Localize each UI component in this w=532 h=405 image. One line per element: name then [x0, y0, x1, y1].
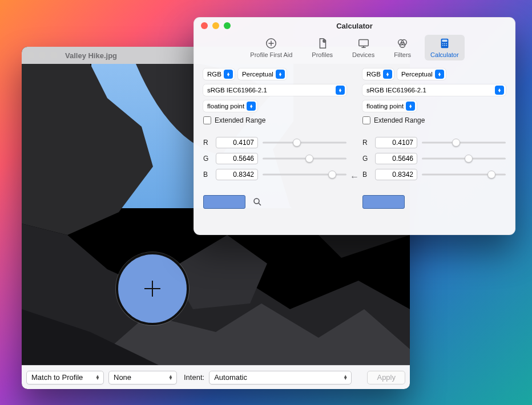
tab-label: Profile First Aid: [250, 51, 292, 58]
chevron-updown-icon: ▲▼: [276, 70, 285, 79]
chevron-updown-icon: ▲▼: [336, 86, 345, 95]
color-swatch: [362, 195, 405, 209]
channel-r-row: R 0.4107: [203, 137, 346, 148]
rendering-intent-value: Perceptual: [242, 71, 273, 78]
color-swatch: [203, 195, 245, 209]
tab-label: Profiles: [312, 51, 333, 58]
color-loupe-icon[interactable]: [116, 252, 189, 325]
svg-rect-7: [442, 40, 447, 42]
left-panel: RGB ▲▼ Perceptual ▲▼ sRGB IEC61966-2.1 ▲…: [203, 68, 346, 209]
tab-devices[interactable]: Devices: [346, 35, 380, 60]
tab-label: Calculator: [430, 51, 459, 58]
svg-point-9: [444, 43, 445, 44]
image-window-title: Valley Hike.jpg: [65, 51, 117, 60]
select-arrows-icon: ▲▼: [95, 375, 100, 380]
channel-r-field[interactable]: 0.4107: [216, 137, 258, 148]
icc-profile-select[interactable]: sRGB IEC61966-2.1 ▲▼: [203, 84, 346, 96]
profile-none-label: None: [114, 373, 131, 382]
tab-calculator[interactable]: Calculator: [425, 35, 465, 60]
tab-filters[interactable]: Filters: [388, 35, 417, 60]
select-arrows-icon: ▲▼: [168, 375, 173, 380]
icc-profile-select[interactable]: sRGB IEC61966-2.1 ▲▼: [362, 84, 506, 96]
channel-r-slider[interactable]: [422, 138, 506, 147]
channel-g-slider[interactable]: [422, 154, 506, 163]
svg-point-14: [254, 199, 259, 204]
channel-g-slider[interactable]: [263, 154, 346, 163]
direction-arrow-icon[interactable]: ←: [350, 172, 359, 182]
image-footer: Match to Profile ▲▼ None ▲▼ Intent: Auto…: [22, 365, 410, 389]
rendering-intent-select[interactable]: Perceptual ▲▼: [397, 68, 446, 80]
channel-b-field[interactable]: 0.8342: [216, 169, 258, 180]
extended-range-label: Extended Range: [215, 116, 265, 124]
channel-g-label: G: [362, 155, 370, 163]
channel-r-label: R: [362, 139, 370, 147]
traffic-zoom-icon[interactable]: [50, 52, 57, 59]
match-to-profile-label: Match to Profile: [31, 373, 83, 382]
channel-b-row: B 0.8342: [362, 169, 506, 180]
colorsync-window: Calculator Profile First Aid Profiles De…: [194, 17, 515, 235]
traffic-minimize-icon[interactable]: [212, 22, 219, 29]
chevron-updown-icon: ▲▼: [247, 102, 256, 111]
channel-b-field[interactable]: 0.8342: [375, 169, 417, 180]
number-format-value: floating point: [366, 103, 404, 110]
select-arrows-icon: ▲▼: [343, 375, 348, 380]
calc-window-title: Calculator: [194, 22, 515, 30]
calc-titlebar[interactable]: Calculator: [194, 18, 515, 34]
tab-profile-first-aid[interactable]: Profile First Aid: [244, 35, 298, 60]
devices-icon: [357, 37, 370, 50]
channel-b-row: B 0.8342: [203, 169, 346, 180]
rendering-intent-value: Perceptual: [401, 71, 433, 78]
profile-none-select[interactable]: None ▲▼: [108, 371, 177, 384]
color-space-value: RGB: [207, 71, 221, 78]
chevron-updown-icon: ▲▼: [495, 86, 504, 95]
channel-b-slider[interactable]: [422, 170, 506, 179]
match-to-profile-select[interactable]: Match to Profile ▲▼: [26, 371, 104, 384]
tab-label: Filters: [394, 51, 411, 58]
intent-select[interactable]: Automatic ▲▼: [209, 371, 352, 384]
color-space-select[interactable]: RGB ▲▼: [362, 68, 394, 80]
color-space-select[interactable]: RGB ▲▼: [203, 68, 235, 80]
icc-profile-value: sRGB IEC61966-2.1: [207, 87, 267, 94]
extended-range-checkbox[interactable]: Extended Range: [203, 116, 346, 124]
extended-range-checkbox[interactable]: Extended Range: [362, 116, 506, 124]
number-format-select[interactable]: floating point ▲▼: [362, 100, 417, 112]
extended-range-input[interactable]: [362, 116, 370, 124]
right-panel: RGB ▲▼ Perceptual ▲▼ sRGB IEC61966-2.1 ▲…: [362, 68, 506, 209]
channel-b-label: B: [203, 171, 211, 179]
extended-range-label: Extended Range: [374, 116, 425, 124]
channel-g-field[interactable]: 0.5646: [216, 153, 258, 164]
channel-r-label: R: [203, 139, 211, 147]
magnifier-icon[interactable]: [252, 197, 263, 207]
svg-point-11: [442, 45, 444, 46]
intent-value: Automatic: [214, 373, 247, 382]
traffic-close-icon[interactable]: [27, 52, 34, 59]
number-format-select[interactable]: floating point ▲▼: [203, 100, 257, 112]
channel-r-field[interactable]: 0.4107: [375, 137, 417, 148]
first-aid-icon: [265, 37, 277, 50]
tab-label: Devices: [352, 51, 374, 58]
chevron-updown-icon: ▲▼: [383, 70, 392, 79]
tab-profiles[interactable]: Profiles: [306, 35, 338, 60]
channel-r-slider[interactable]: [263, 138, 346, 147]
intent-caption: Intent:: [182, 373, 204, 382]
channel-g-field[interactable]: 0.5646: [375, 153, 417, 164]
channel-g-row: G 0.5646: [203, 153, 346, 164]
direction-column: ←: [346, 68, 362, 209]
filters-icon: [396, 37, 409, 50]
channel-g-row: G 0.5646: [362, 153, 506, 164]
traffic-close-icon[interactable]: [201, 22, 208, 29]
calculator-icon: [438, 37, 451, 50]
svg-rect-2: [358, 40, 368, 46]
traffic-minimize-icon[interactable]: [39, 52, 46, 59]
svg-point-13: [446, 45, 447, 46]
apply-button[interactable]: Apply: [367, 371, 405, 384]
svg-point-12: [444, 45, 445, 46]
channel-b-slider[interactable]: [263, 170, 346, 179]
profiles-icon: [316, 37, 329, 50]
traffic-zoom-icon[interactable]: [224, 22, 231, 29]
rendering-intent-select[interactable]: Perceptual ▲▼: [238, 68, 287, 80]
channel-b-label: B: [362, 171, 370, 179]
extended-range-input[interactable]: [203, 116, 211, 124]
svg-point-10: [446, 43, 447, 44]
channel-r-row: R 0.4107: [362, 137, 506, 148]
